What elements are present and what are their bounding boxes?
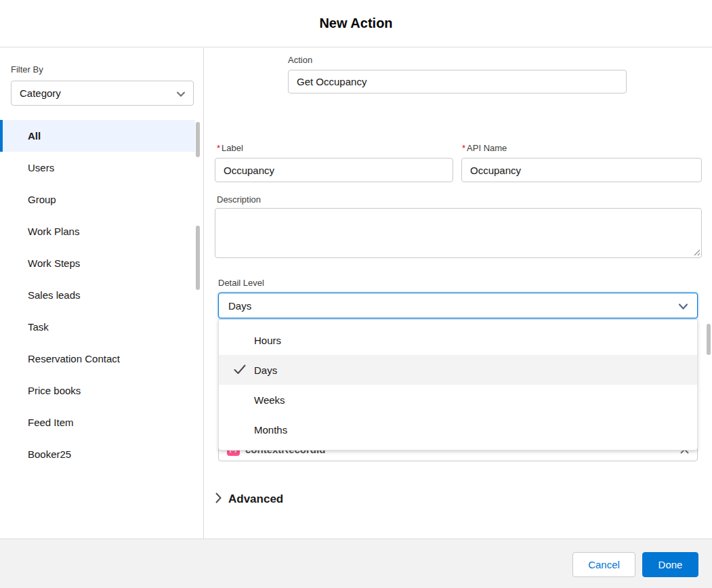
- required-asterisk: *: [217, 143, 220, 153]
- category-sidebar: Filter By Category All Users Group Work …: [0, 48, 204, 539]
- label-field-label-text: Label: [222, 143, 243, 153]
- advanced-label: Advanced: [228, 492, 283, 506]
- option-weeks[interactable]: Weeks: [219, 385, 697, 415]
- api-name-label-text: API Name: [467, 143, 507, 153]
- chevron-right-icon: [215, 492, 222, 506]
- sidebar-item-label: Work Plans: [28, 226, 79, 237]
- action-input[interactable]: [288, 70, 627, 93]
- new-action-modal: New Action Filter By Category All Users …: [0, 0, 712, 588]
- sidebar-item-sales-leads[interactable]: Sales leads: [0, 279, 195, 311]
- filter-by-label: Filter By: [11, 64, 43, 75]
- option-days[interactable]: Days: [219, 355, 697, 385]
- sidebar-item-price-books[interactable]: Price books: [0, 375, 195, 406]
- sidebar-scrollbar-thumb[interactable]: [196, 122, 200, 157]
- modal-header: New Action: [0, 0, 712, 47]
- action-label: Action: [288, 55, 312, 65]
- api-name-input[interactable]: [461, 158, 702, 182]
- required-asterisk: *: [462, 143, 465, 153]
- sidebar-item-task[interactable]: Task: [0, 311, 195, 343]
- label-input[interactable]: [215, 158, 453, 182]
- option-label: Hours: [254, 335, 281, 346]
- modal-title: New Action: [319, 16, 392, 31]
- sidebar-item-feed-item[interactable]: Feed Item: [0, 406, 195, 438]
- check-icon: [234, 364, 246, 377]
- sidebar-item-all[interactable]: All: [0, 120, 195, 152]
- sidebar-item-label: Task: [28, 321, 49, 333]
- main-scrollbar-thumb[interactable]: [707, 324, 711, 355]
- description-textarea[interactable]: [215, 208, 702, 258]
- sidebar-item-label: Users: [28, 162, 54, 173]
- sidebar-item-booker25[interactable]: Booker25: [0, 438, 195, 470]
- label-field-label: *Label: [217, 143, 243, 153]
- option-hours[interactable]: Hours: [219, 325, 697, 355]
- sidebar-item-label: Work Steps: [28, 257, 80, 269]
- option-label: Days: [254, 364, 277, 376]
- sidebar-scrollbar-thumb[interactable]: [196, 226, 200, 290]
- sidebar-item-users[interactable]: Users: [0, 152, 195, 184]
- chevron-down-icon: [177, 87, 185, 99]
- chevron-down-icon: [679, 300, 688, 312]
- done-button[interactable]: Done: [642, 552, 698, 577]
- option-months[interactable]: Months: [219, 415, 697, 444]
- sidebar-item-label: Group: [28, 194, 56, 205]
- detail-level-label: Detail Level: [218, 278, 264, 288]
- resize-handle-icon[interactable]: [692, 247, 701, 257]
- option-label: Weeks: [254, 394, 285, 406]
- detail-level-menu: Hours Days Weeks Months: [218, 319, 698, 450]
- category-list: All Users Group Work Plans Work Steps Sa…: [0, 120, 195, 470]
- sidebar-item-group[interactable]: Group: [0, 184, 195, 215]
- advanced-toggle[interactable]: Advanced: [215, 492, 283, 506]
- sidebar-item-label: Booker25: [28, 448, 71, 460]
- sidebar-item-reservation-contact[interactable]: Reservation Contact: [0, 343, 195, 375]
- sidebar-item-label: Sales leads: [28, 289, 81, 301]
- detail-level-combobox[interactable]: Days: [218, 293, 698, 318]
- sidebar-item-label: All: [28, 130, 41, 142]
- option-label: Months: [254, 424, 287, 436]
- category-select[interactable]: Category: [11, 81, 194, 106]
- description-label: Description: [217, 194, 261, 205]
- sidebar-item-label: Reservation Contact: [28, 353, 120, 364]
- sidebar-item-label: Feed Item: [28, 417, 74, 428]
- sidebar-item-work-steps[interactable]: Work Steps: [0, 247, 195, 279]
- sidebar-item-work-plans[interactable]: Work Plans: [0, 215, 195, 247]
- api-name-field-label: *API Name: [462, 143, 507, 153]
- detail-level-value: Days: [228, 300, 251, 312]
- sidebar-item-label: Price books: [28, 385, 81, 396]
- cancel-button[interactable]: Cancel: [572, 552, 635, 577]
- category-select-value: Category: [20, 87, 61, 99]
